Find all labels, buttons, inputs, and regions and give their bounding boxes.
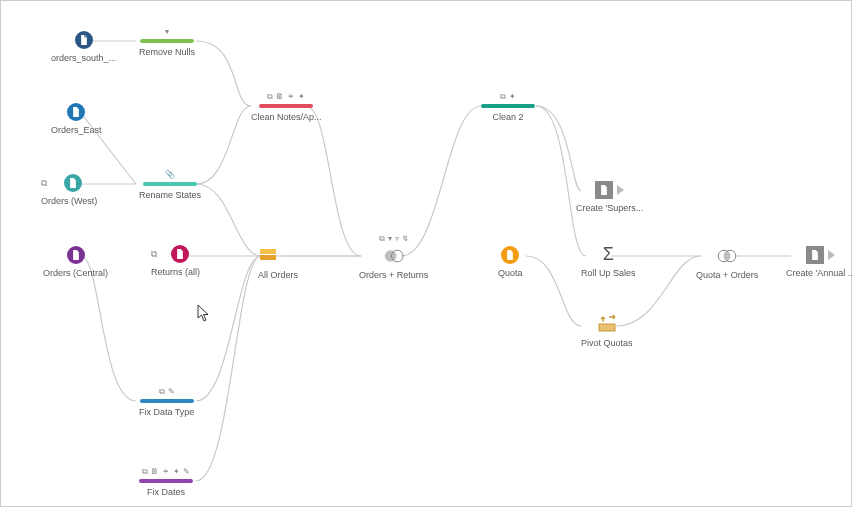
- clean-bar: [259, 104, 313, 108]
- node-label: Create 'Supers...: [576, 203, 643, 213]
- node-label: Orders + Returns: [359, 270, 428, 280]
- input-orders-west[interactable]: ⧉ Orders (West): [41, 174, 97, 206]
- clean-bar: [481, 104, 535, 108]
- clean-clean-2[interactable]: ⧉✦ Clean 2: [481, 93, 535, 122]
- pivot-icon: [597, 314, 617, 334]
- node-label: Pivot Quotas: [581, 338, 633, 348]
- copy-icon: ⧉: [151, 249, 157, 260]
- union-icon: [258, 246, 278, 266]
- svg-rect-1: [260, 255, 276, 260]
- input-returns-all[interactable]: ⧉ Returns (all): [151, 245, 200, 277]
- node-label: Fix Dates: [139, 487, 193, 497]
- node-label: Clean Notes/Ap...: [251, 112, 322, 122]
- change-icons: ⧉▾▿↯: [379, 235, 409, 243]
- svg-rect-0: [260, 249, 276, 254]
- input-orders-east[interactable]: Orders_East: [51, 103, 102, 135]
- input-orders-south[interactable]: orders_south_...: [51, 31, 116, 63]
- mouse-cursor: [197, 304, 211, 324]
- data-source-icon: [501, 246, 519, 264]
- change-icons: 📎: [165, 171, 175, 179]
- data-source-icon: [64, 174, 82, 192]
- change-icons: ▾: [165, 28, 169, 36]
- node-label: Orders_East: [51, 125, 102, 135]
- output-annual[interactable]: Create 'Annual ...: [786, 246, 852, 278]
- data-source-icon: [67, 103, 85, 121]
- clean-bar: [139, 479, 193, 483]
- run-icon[interactable]: [617, 185, 624, 195]
- node-label: Quota: [498, 268, 523, 278]
- clean-clean-notes[interactable]: ⧉🗎⫩✦ Clean Notes/Ap...: [251, 93, 322, 122]
- input-quota[interactable]: Quota: [498, 246, 523, 278]
- run-icon[interactable]: [828, 250, 835, 260]
- node-label: Roll Up Sales: [581, 268, 636, 278]
- node-label: All Orders: [258, 270, 298, 280]
- change-icons: ⧉🗎⫩✦✎: [142, 468, 190, 476]
- change-icons: ⧉✎: [159, 388, 175, 396]
- output-superstore[interactable]: Create 'Supers...: [576, 181, 643, 213]
- data-source-icon: [171, 245, 189, 263]
- node-label: Fix Data Type: [139, 407, 194, 417]
- change-icons: ⧉🗎⫩✦: [267, 93, 305, 101]
- join-orders-returns[interactable]: ⧉▾▿↯ Orders + Returns: [359, 235, 428, 280]
- data-source-icon: [75, 31, 93, 49]
- clip-icon: 📎: [165, 171, 175, 179]
- node-label: Returns (all): [151, 267, 200, 277]
- clean-rename-states[interactable]: 📎 Rename States: [139, 171, 201, 200]
- node-label: Rename States: [139, 190, 201, 200]
- svg-rect-4: [599, 324, 615, 331]
- node-label: Clean 2: [481, 112, 535, 122]
- node-label: Create 'Annual ...: [786, 268, 852, 278]
- node-label: Orders (West): [41, 196, 97, 206]
- input-orders-central[interactable]: Orders (Central): [43, 246, 108, 278]
- node-label: Orders (Central): [43, 268, 108, 278]
- join-icon: [384, 246, 404, 266]
- funnel-icon: ▾: [165, 28, 169, 36]
- svg-point-2: [384, 250, 396, 262]
- output-icon: [806, 246, 824, 264]
- clean-bar: [143, 182, 197, 186]
- copy-icon: ⧉: [41, 178, 47, 189]
- change-icons: ⧉✦: [500, 93, 516, 101]
- sigma-icon: Σ: [598, 244, 618, 264]
- union-all-orders[interactable]: All Orders: [258, 246, 298, 280]
- data-source-icon: [67, 246, 85, 264]
- clean-remove-nulls[interactable]: ▾ Remove Nulls: [139, 28, 195, 57]
- clean-bar: [140, 399, 194, 403]
- node-label: orders_south_...: [51, 53, 116, 63]
- join-quota-orders[interactable]: Quota + Orders: [696, 246, 758, 280]
- clean-fix-data-type[interactable]: ⧉✎ Fix Data Type: [139, 388, 194, 417]
- clean-fix-dates[interactable]: ⧉🗎⫩✦✎ Fix Dates: [139, 468, 193, 497]
- clean-bar: [140, 39, 194, 43]
- node-label: Quota + Orders: [696, 270, 758, 280]
- output-icon: [595, 181, 613, 199]
- node-label: Remove Nulls: [139, 47, 195, 57]
- join-icon: [717, 246, 737, 266]
- aggregate-roll-up-sales[interactable]: Σ Roll Up Sales: [581, 244, 636, 278]
- pivot-pivot-quotas[interactable]: Pivot Quotas: [581, 314, 633, 348]
- flow-canvas[interactable]: orders_south_... Orders_East ⧉ Orders (W…: [0, 0, 852, 507]
